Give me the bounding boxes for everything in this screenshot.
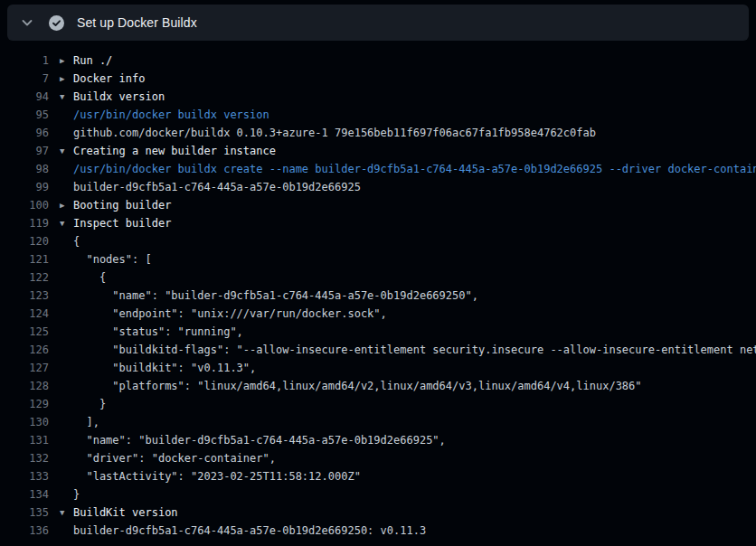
gutter-spacer <box>49 323 73 341</box>
group-title[interactable]: BuildKit version <box>73 504 178 522</box>
line-number[interactable]: 136 <box>0 522 49 540</box>
group-title[interactable]: Docker info <box>73 70 145 88</box>
chevron-down-icon[interactable] <box>20 15 34 30</box>
line-number[interactable]: 133 <box>0 467 49 485</box>
group-expanded-icon[interactable]: ▼ <box>49 214 73 232</box>
command-text: /usr/bin/docker buildx create --name bui… <box>73 160 756 178</box>
line-number[interactable]: 124 <box>0 305 49 323</box>
log-line[interactable]: 97▼Creating a new builder instance <box>0 142 756 160</box>
line-number[interactable]: 122 <box>0 268 49 287</box>
line-number[interactable]: 7 <box>0 70 49 88</box>
line-number[interactable]: 96 <box>0 124 49 142</box>
gutter-spacer <box>49 485 73 504</box>
group-collapsed-icon[interactable]: ▶ <box>49 70 73 88</box>
group-expanded-icon[interactable]: ▼ <box>49 88 73 106</box>
line-number[interactable]: 123 <box>0 287 49 305</box>
line-number[interactable]: 121 <box>0 250 49 268</box>
log-line: 125 "status": "running", <box>0 323 756 341</box>
line-number[interactable]: 132 <box>0 449 49 467</box>
output-text: "nodes": [ <box>73 250 152 268</box>
group-expanded-icon[interactable]: ▼ <box>49 504 73 522</box>
log-line: 122 { <box>0 268 756 287</box>
step-title: Set up Docker Buildx <box>77 15 197 30</box>
output-text: ], <box>73 413 99 431</box>
log-line[interactable]: 100▶Booting builder <box>0 196 756 214</box>
gutter-spacer <box>49 359 73 377</box>
log-line: 124 "endpoint": "unix:///var/run/docker.… <box>0 305 756 323</box>
output-text: "lastActivity": "2023-02-25T11:58:12.000… <box>73 467 361 485</box>
log-line[interactable]: 7▶Docker info <box>0 70 756 88</box>
log-line: 128 "platforms": "linux/amd64,linux/amd6… <box>0 377 756 395</box>
line-number[interactable]: 94 <box>0 88 49 106</box>
output-text: { <box>73 232 80 250</box>
log-line: 126 "buildkitd-flags": "--allow-insecure… <box>0 341 756 359</box>
line-number[interactable]: 99 <box>0 178 49 196</box>
gutter-spacer <box>49 377 73 395</box>
line-number[interactable]: 127 <box>0 359 49 377</box>
gutter-spacer <box>49 431 73 449</box>
log-line: 95/usr/bin/docker buildx version <box>0 106 756 124</box>
gutter-spacer <box>49 106 73 124</box>
line-number[interactable]: 98 <box>0 160 49 178</box>
gutter-spacer <box>49 305 73 323</box>
gutter-spacer <box>49 124 73 142</box>
line-number[interactable]: 128 <box>0 377 49 395</box>
line-number[interactable]: 97 <box>0 142 49 160</box>
output-text: "driver": "docker-container", <box>73 449 276 467</box>
output-text: "platforms": "linux/amd64,linux/amd64/v2… <box>73 377 642 395</box>
line-number[interactable]: 130 <box>0 413 49 431</box>
log-line: 129 } <box>0 395 756 413</box>
line-number[interactable]: 126 <box>0 341 49 359</box>
group-title[interactable]: Booting builder <box>73 196 171 214</box>
output-text: github.com/docker/buildx 0.10.3+azure-1 … <box>73 124 596 142</box>
log-line: 130 ], <box>0 413 756 431</box>
line-number[interactable]: 120 <box>0 232 49 250</box>
group-title[interactable]: Run ./ <box>73 52 112 70</box>
group-title[interactable]: Inspect builder <box>73 214 171 232</box>
output-text: builder-d9cfb5a1-c764-445a-a57e-0b19d2e6… <box>73 522 426 540</box>
log-line: 131 "name": "builder-d9cfb5a1-c764-445a-… <box>0 431 756 449</box>
group-title[interactable]: Creating a new builder instance <box>73 142 276 160</box>
gutter-spacer <box>49 232 73 250</box>
log-line[interactable]: 135▼BuildKit version <box>0 504 756 522</box>
gutter-spacer <box>49 522 73 540</box>
log-line: 133 "lastActivity": "2023-02-25T11:58:12… <box>0 467 756 485</box>
gutter-spacer <box>49 268 73 287</box>
gutter-spacer <box>49 250 73 268</box>
output-text: "status": "running", <box>73 323 243 341</box>
log-line: 98/usr/bin/docker buildx create --name b… <box>0 160 756 178</box>
log-line: 134} <box>0 485 756 504</box>
output-text: "buildkit": "v0.11.3", <box>73 359 256 377</box>
log-line[interactable]: 119▼Inspect builder <box>0 214 756 232</box>
output-text: } <box>73 485 80 504</box>
step-header[interactable]: Set up Docker Buildx <box>7 5 749 41</box>
command-text: /usr/bin/docker buildx version <box>73 106 269 124</box>
line-number[interactable]: 1 <box>0 52 49 70</box>
gutter-spacer <box>49 287 73 305</box>
group-title[interactable]: Buildx version <box>73 88 165 106</box>
line-number[interactable]: 129 <box>0 395 49 413</box>
line-number[interactable]: 100 <box>0 196 49 214</box>
line-number[interactable]: 95 <box>0 106 49 124</box>
gutter-spacer <box>49 413 73 431</box>
log-line: 132 "driver": "docker-container", <box>0 449 756 467</box>
log-line[interactable]: 94▼Buildx version <box>0 88 756 106</box>
line-number[interactable]: 125 <box>0 323 49 341</box>
log-line[interactable]: 1▶Run ./ <box>0 52 756 70</box>
log-line: 96github.com/docker/buildx 0.10.3+azure-… <box>0 124 756 142</box>
log-container: 1▶Run ./7▶Docker info94▼Buildx version95… <box>0 41 756 540</box>
group-collapsed-icon[interactable]: ▶ <box>49 196 73 214</box>
group-expanded-icon[interactable]: ▼ <box>49 142 73 160</box>
output-text: "buildkitd-flags": "--allow-insecure-ent… <box>73 341 756 359</box>
log-line: 120{ <box>0 232 756 250</box>
output-text: "endpoint": "unix:///var/run/docker.sock… <box>73 305 387 323</box>
line-number[interactable]: 131 <box>0 431 49 449</box>
line-number[interactable]: 134 <box>0 485 49 504</box>
line-number[interactable]: 119 <box>0 214 49 232</box>
log-line: 123 "name": "builder-d9cfb5a1-c764-445a-… <box>0 287 756 305</box>
gutter-spacer <box>49 178 73 196</box>
line-number[interactable]: 135 <box>0 504 49 522</box>
gutter-spacer <box>49 449 73 467</box>
log-line: 121 "nodes": [ <box>0 250 756 268</box>
group-collapsed-icon[interactable]: ▶ <box>49 52 73 70</box>
